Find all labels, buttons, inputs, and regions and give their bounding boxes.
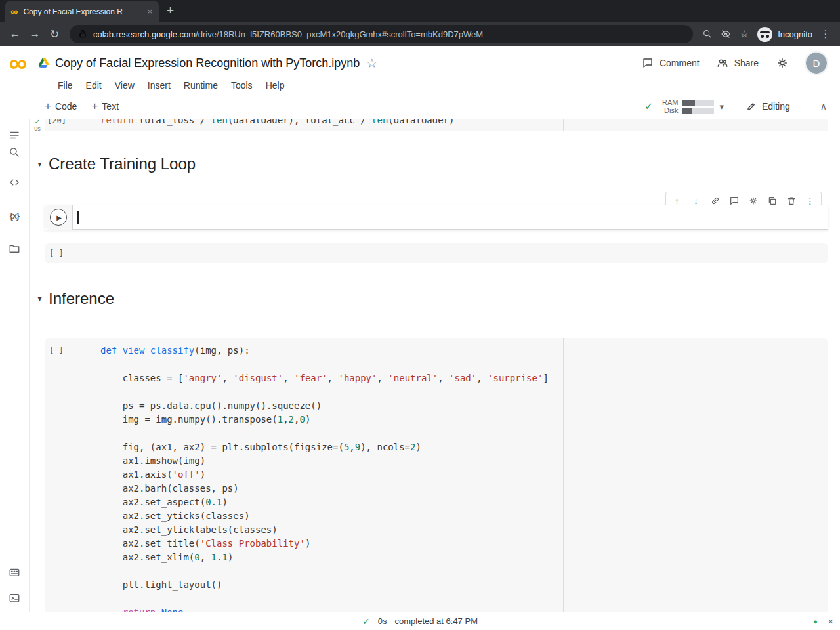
menu-tools[interactable]: Tools (224, 78, 259, 93)
notebook-title[interactable]: Copy of Facial Expression Recognition wi… (55, 56, 360, 70)
section-header-training: ▾ Create Training Loop (30, 155, 196, 173)
tab-title: Copy of Facial Expression R (23, 7, 140, 16)
reload-button[interactable]: ↻ (45, 24, 64, 44)
tab-close-icon[interactable]: × (146, 7, 154, 16)
colab-favicon-icon: ∞ (10, 7, 18, 17)
code-snippets-icon[interactable] (0, 173, 29, 192)
code-line: ps = ps.data.cpu().numpy().squeeze() (100, 399, 549, 413)
resources-dropdown-icon[interactable]: ▾ (719, 102, 724, 112)
bookmark-star-icon[interactable]: ☆ (735, 25, 753, 43)
code-line: ax1.imshow(img) (100, 454, 549, 468)
collapse-toolbar-icon[interactable]: ∧ (820, 101, 827, 112)
ram-bar (682, 100, 714, 106)
browser-url-bar: ← → ↻ colab.research.google.com/drive/18… (0, 22, 840, 46)
text-cursor (77, 211, 79, 224)
unexecuted-cell[interactable]: [ ] (45, 243, 828, 263)
back-button[interactable]: ← (5, 24, 25, 44)
incognito-badge: Incognito (757, 27, 812, 42)
browser-tab-strip: ∞ Copy of Facial Expression R × + (0, 0, 840, 22)
menu-help[interactable]: Help (259, 78, 291, 93)
cell-prompt: [ ] (49, 249, 64, 258)
zoom-icon[interactable] (698, 25, 717, 43)
comment-button[interactable]: Comment (642, 57, 700, 69)
drive-icon (37, 56, 51, 70)
eye-off-icon[interactable] (717, 25, 735, 43)
settings-gear-icon[interactable] (776, 56, 789, 70)
run-cell-area: ▶ (45, 205, 72, 230)
section-title[interactable]: Inference (49, 289, 114, 308)
status-message: completed at 6:47 PM (395, 616, 478, 626)
avatar[interactable]: D (806, 52, 827, 74)
menu-runtime[interactable]: Runtime (177, 78, 224, 93)
inference-code-cell[interactable]: [ ] def view_classify(img, ps): classes … (45, 338, 828, 612)
notebook-content: ✓ 0s [20] return total_loss / len(datalo… (30, 119, 840, 612)
code-editor[interactable] (72, 205, 828, 230)
code-line (100, 592, 549, 606)
menu-view[interactable]: View (108, 78, 141, 93)
run-cell-button[interactable]: ▶ (50, 209, 67, 226)
files-folder-icon[interactable] (0, 239, 29, 259)
url-field[interactable]: colab.research.google.com/drive/18RUn_l5… (70, 25, 693, 43)
code-line: return total_loss / len(dataloader), tot… (100, 119, 455, 127)
command-palette-icon[interactable] (0, 562, 29, 582)
resource-labels: RAM Disk (662, 99, 678, 114)
code-line (100, 358, 549, 371)
collapse-section-icon[interactable]: ▾ (30, 159, 49, 169)
menu-file[interactable]: File (51, 78, 79, 93)
code-line: img = img.numpy().transpose(1,2,0) (100, 413, 549, 427)
browser-tab[interactable]: ∞ Copy of Facial Expression R × (5, 1, 159, 22)
search-icon[interactable] (0, 142, 29, 162)
resource-monitor[interactable] (682, 100, 714, 114)
cell-run-status: ✓ 0s (31, 119, 44, 132)
code-block[interactable]: def view_classify(img, ps): classes = ['… (100, 344, 549, 612)
code-line: plt.tight_layout() (100, 578, 549, 592)
plus-icon: + (91, 100, 98, 113)
code-line: classes = ['angry', 'disgust', 'fear', '… (100, 371, 549, 385)
code-line (100, 427, 549, 440)
disk-bar-fill (682, 108, 691, 114)
lock-icon (77, 29, 88, 39)
url-path: /drive/18RUn_l5IZR60BBS0_pxcM1x20qkgGmhx… (196, 30, 488, 39)
focused-cell-wrap: ↑ ↓ ⋮ ▶ (45, 192, 828, 232)
code-line: fig, (ax1, ax2) = plt.subplots(figsize=(… (100, 440, 549, 454)
section-title[interactable]: Create Training Loop (49, 155, 196, 173)
forward-button[interactable]: → (25, 24, 45, 44)
browser-menu-kebab-icon[interactable]: ⋮ (816, 25, 835, 43)
colab-logo-icon[interactable]: ∞ (9, 52, 26, 74)
partial-code-cell[interactable]: [20] return total_loss / len(dataloader)… (45, 119, 828, 131)
menu-bar: FileEditViewInsertRuntimeToolsHelp (0, 76, 840, 94)
editing-mode-button[interactable]: Editing (746, 101, 790, 112)
cell-check-icon: ✓ (31, 119, 44, 125)
new-tab-button[interactable]: + (167, 3, 174, 18)
cell-duration: 0s (31, 125, 44, 132)
code-line (100, 385, 549, 399)
status-check-icon: ✓ (362, 616, 370, 627)
variables-icon[interactable]: {x} (0, 205, 29, 225)
menu-edit[interactable]: Edit (79, 78, 108, 93)
section-header-inference: ▾ Inference (30, 289, 114, 308)
share-button[interactable]: Share (717, 57, 759, 69)
star-notebook-icon[interactable]: ☆ (366, 56, 377, 71)
url-domain: colab.research.google.com (93, 30, 196, 39)
runtime-check-icon: ✓ (644, 100, 653, 112)
partial-code: return total_loss / len(dataloader), tot… (100, 119, 455, 127)
code-line: ax2.set_xlim(0, 1.1) (100, 551, 549, 564)
column-ruler (563, 338, 564, 612)
terminal-icon[interactable] (0, 588, 29, 608)
add-text-button[interactable]: + Text (91, 100, 119, 113)
cell-prompt: [ ] (49, 346, 64, 355)
menu-insert[interactable]: Insert (141, 78, 177, 93)
add-code-button[interactable]: + Code (45, 100, 77, 113)
code-line: ax2.set_yticks(classes) (100, 509, 549, 523)
code-line (100, 564, 549, 578)
collapse-section-icon[interactable]: ▾ (30, 294, 49, 303)
notebook-toolbar: + Code + Text ✓ RAM Disk ▾ Editing ∧ (0, 94, 840, 119)
empty-code-cell: ▶ (45, 205, 828, 230)
code-line: ax2.barh(classes, ps) (100, 482, 549, 495)
code-line: ax2.set_aspect(0.1) (100, 495, 549, 509)
code-line: ax2.set_title('Class Probability') (100, 537, 549, 551)
code-line: ax2.set_yticklabels(classes) (100, 523, 549, 537)
code-line: return None (100, 606, 549, 612)
status-duration: 0s (378, 616, 387, 626)
close-status-bar-icon[interactable]: × (828, 616, 833, 627)
